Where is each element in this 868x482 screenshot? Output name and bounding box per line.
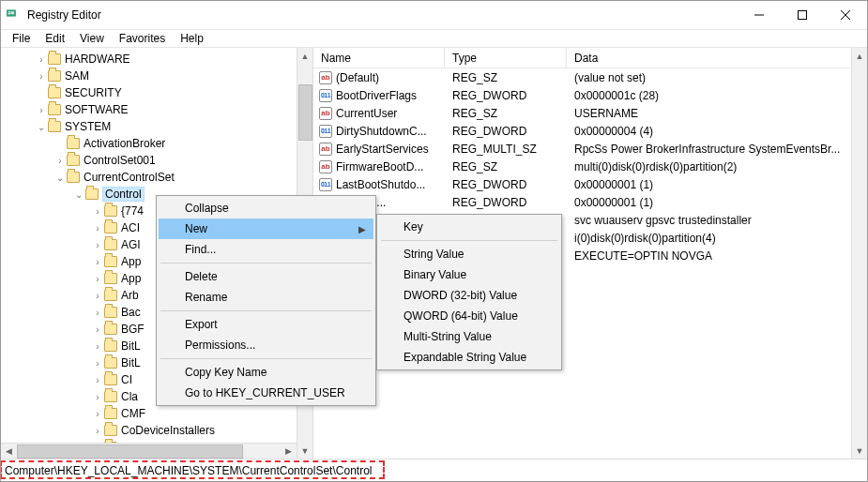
scroll-right-icon[interactable]: ▶ [281,444,297,459]
submenu-key[interactable]: Key [379,217,559,237]
value-data: 0x00000001 (1) [567,196,867,209]
menu-separator [160,263,372,264]
context-menu: Collapse New▶ Find... Delete Rename Expo… [156,195,376,406]
value-name: CurrentUser [336,107,397,120]
expander-icon[interactable]: ⌄ [72,188,85,201]
list-row[interactable]: ab(Default)REG_SZ(value not set) [313,68,867,86]
value-name: LastBootShutdo... [336,178,425,191]
menu-find[interactable]: Find... [159,239,373,260]
list-row[interactable]: abCurrentUserREG_SZUSERNAME [313,104,867,122]
column-type[interactable]: Type [445,48,567,68]
tree-item[interactable]: AGI [121,238,141,251]
tree-item[interactable]: Cla [121,390,138,403]
tree-item[interactable]: BGF [121,323,145,336]
tree-scrollbar-h[interactable]: ◀ ▶ [1,443,297,459]
tree-item[interactable]: CI [121,373,132,386]
scroll-left-icon[interactable]: ◀ [1,444,17,459]
highlight-box-address [0,460,385,479]
submenu-qword[interactable]: QWORD (64-bit) Value [379,306,559,326]
scrollbar-thumb[interactable] [17,444,243,459]
list-row[interactable]: 011LastBootShutdo...REG_DWORD0x00000001 … [313,175,867,193]
value-type: REG_SZ [445,160,567,173]
submenu-expand[interactable]: Expandable String Value [379,347,559,368]
folder-icon [104,340,117,352]
menu-rename[interactable]: Rename [159,287,373,308]
scroll-down-icon[interactable]: ▼ [297,443,313,459]
list-row[interactable]: 011tSuccee...REG_DWORD0x00000001 (1) [313,193,867,211]
menu-delete[interactable]: Delete [159,266,373,287]
svg-rect-5 [799,11,807,20]
tree-item[interactable]: SAM [65,69,89,83]
menu-new[interactable]: New▶ [159,218,373,239]
column-data[interactable]: Data [567,48,867,68]
tree-item[interactable]: ActivationBroker [84,137,165,150]
menu-separator [160,358,372,359]
folder-icon [104,307,117,318]
tree-item[interactable]: CMF [121,407,145,420]
minimize-button[interactable] [738,1,781,29]
list-scrollbar-v[interactable]: ▲ ▼ [851,48,867,459]
folder-icon [104,239,117,250]
tree-item[interactable]: Bac [121,306,141,319]
svg-rect-1 [8,11,10,12]
folder-icon [67,138,80,149]
menu-edit[interactable]: Edit [38,30,72,47]
value-data: 0x00000004 (4) [567,125,867,138]
tree-item[interactable]: HARDWARE [65,53,130,66]
folder-icon [67,155,80,166]
scroll-down-icon[interactable]: ▼ [852,443,868,459]
menu-permissions[interactable]: Permissions... [159,335,373,355]
value-data: (value not set) [567,71,867,84]
tree-item[interactable]: ACI [121,221,140,234]
menu-export[interactable]: Export [159,314,373,335]
tree-item[interactable]: SYSTEM [65,120,111,133]
string-value-icon: ab [319,160,332,173]
menu-file[interactable]: File [5,30,38,47]
expander-icon[interactable]: ⌄ [53,171,67,184]
tree-item-selected[interactable]: Control [102,187,145,202]
tree-item[interactable]: App [121,272,141,285]
address-bar [1,459,867,481]
value-name: (Default) [336,71,379,84]
tree-item[interactable]: ControlSet001 [84,154,156,167]
menu-copy-key-name[interactable]: Copy Key Name [159,362,373,383]
maximize-button[interactable] [781,1,824,29]
menu-collapse[interactable]: Collapse [159,198,373,218]
list-row[interactable]: 011BootDriverFlagsREG_DWORD0x0000001c (2… [313,86,867,104]
value-data: multi(0)disk(0)rdisk(0)partition(2) [567,160,867,173]
menu-favorites[interactable]: Favorites [112,30,173,47]
submenu-dword[interactable]: DWORD (32-bit) Value [379,285,559,306]
folder-icon [85,188,99,200]
column-name[interactable]: Name [313,48,445,68]
tree-item[interactable]: App [121,255,141,268]
value-name: BootDriverFlags [336,89,417,102]
tree-item[interactable]: CoDeviceInstallers [121,424,215,437]
scroll-up-icon[interactable]: ▲ [852,48,868,64]
tree-item[interactable]: SECURITY [65,86,122,99]
folder-icon [104,425,117,436]
scrollbar-thumb[interactable] [298,84,312,141]
folder-icon [48,53,61,65]
tree-item[interactable]: BitL [121,339,141,353]
tree-item[interactable]: SOFTWARE [65,103,129,116]
expander-icon[interactable]: ⌄ [35,120,48,133]
menu-help[interactable]: Help [173,30,211,47]
list-header: Name Type Data [313,48,867,68]
tree-item[interactable]: Arb [121,289,139,302]
binary-value-icon: 011 [319,89,332,102]
tree-item[interactable]: CurrentControlSet [84,171,175,184]
value-name: EarlyStartServices [336,143,429,156]
menu-goto[interactable]: Go to HKEY_CURRENT_USER [159,383,373,403]
submenu-binary[interactable]: Binary Value [379,264,559,285]
list-row[interactable]: abEarlyStartServicesREG_MULTI_SZRpcSs Po… [313,140,867,158]
close-button[interactable] [824,1,867,29]
submenu-string[interactable]: String Value [379,244,559,264]
menubar: File Edit View Favorites Help [1,29,867,48]
tree-item[interactable]: {774 [121,204,144,218]
list-row[interactable]: abFirmwareBootD...REG_SZmulti(0)disk(0)r… [313,158,867,175]
scroll-up-icon[interactable]: ▲ [297,48,313,64]
list-row[interactable]: 011DirtyShutdownC...REG_DWORD0x00000004 … [313,122,867,140]
menu-view[interactable]: View [72,30,112,47]
submenu-multi[interactable]: Multi-String Value [379,326,559,347]
tree-item[interactable]: BitL [121,356,141,369]
